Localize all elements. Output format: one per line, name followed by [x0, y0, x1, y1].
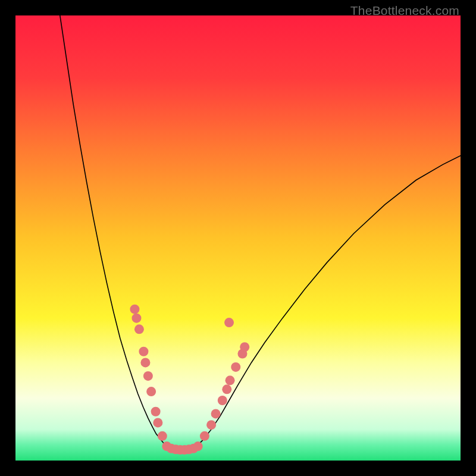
dot-dots-left: [134, 324, 144, 334]
bottleneck-chart: [15, 15, 461, 461]
dot-dots-right: [222, 384, 231, 394]
chart-frame: [15, 15, 461, 461]
dot-dots-right: [231, 362, 240, 372]
dot-dots-left: [130, 305, 139, 314]
dot-dots-left: [131, 314, 141, 323]
dot-dots-right: [218, 396, 227, 405]
dot-dots-right: [224, 318, 234, 327]
dot-dots-left: [151, 407, 161, 416]
dot-dots-floor: [193, 441, 203, 451]
dot-dots-left: [158, 431, 167, 441]
dot-dots-right: [206, 420, 216, 430]
dot-dots-right: [240, 342, 249, 352]
dot-dots-right: [226, 375, 235, 385]
gradient-background: [15, 15, 461, 461]
dot-dots-right: [200, 431, 209, 441]
dot-dots-left: [143, 371, 153, 381]
dot-dots-left: [140, 358, 150, 367]
dot-dots-left: [153, 418, 162, 427]
dot-dots-left: [146, 387, 156, 396]
dot-dots-right: [211, 409, 221, 418]
dot-dots-left: [139, 347, 148, 356]
